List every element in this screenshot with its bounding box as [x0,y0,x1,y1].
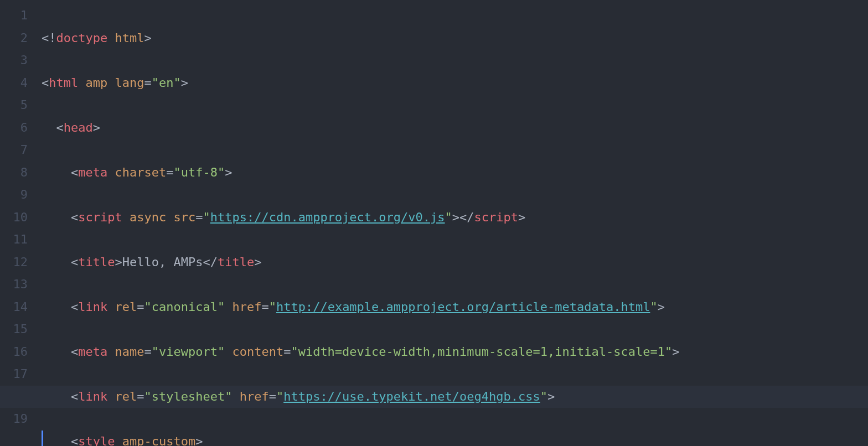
line-number: 7 [0,139,28,162]
code-line[interactable]: <head> [42,117,868,139]
line-number: 17 [0,363,28,386]
code-area[interactable]: <!doctype html> <html amp lang="en"> <he… [42,0,868,446]
line-number: 16 [0,341,28,364]
line-number: 6 [0,117,28,139]
code-line-highlighted[interactable]: <link rel="stylesheet" href="https://use… [0,386,868,408]
line-number: 1 [0,4,28,27]
line-number: 3 [0,49,28,72]
code-line[interactable]: <meta charset="utf-8"> [42,162,868,184]
line-number: 12 [0,251,28,274]
line-number: 9 [0,184,28,206]
code-line[interactable]: <title>Hello, AMPs</title> [42,251,868,274]
code-line[interactable]: <link rel="canonical" href="http://examp… [42,296,868,319]
line-number: 11 [0,229,28,251]
line-number: 5 [0,94,28,117]
cursor-icon [42,431,43,447]
line-number: 19 [0,408,28,431]
code-line[interactable]: <script async src="https://cdn.ampprojec… [42,206,868,229]
line-number: 13 [0,273,28,296]
line-number: 8 [0,162,28,184]
code-editor[interactable]: 1 2 3 4 5 6 7 8 9 10 11 12 13 14 15 16 1… [0,0,868,446]
line-number: 14 [0,296,28,319]
line-number: 10 [0,206,28,229]
line-number: 4 [0,72,28,95]
url-link[interactable]: https://cdn.ampproject.org/v0.js [210,210,445,224]
url-link[interactable]: http://example.ampproject.org/article-me… [276,300,650,314]
gutter: 1 2 3 4 5 6 7 8 9 10 11 12 13 14 15 16 1… [0,0,42,446]
url-link[interactable]: https://use.typekit.net/oeg4hgb.css [283,390,540,403]
code-line[interactable]: <!doctype html> [42,27,868,50]
line-number: 15 [0,318,28,341]
line-number: 2 [0,27,28,50]
code-line[interactable]: <meta name="viewport" content="width=dev… [42,341,868,364]
code-line-cursor[interactable]: <style amp-custom> [42,431,868,447]
code-line[interactable]: <html amp lang="en"> [42,72,868,95]
